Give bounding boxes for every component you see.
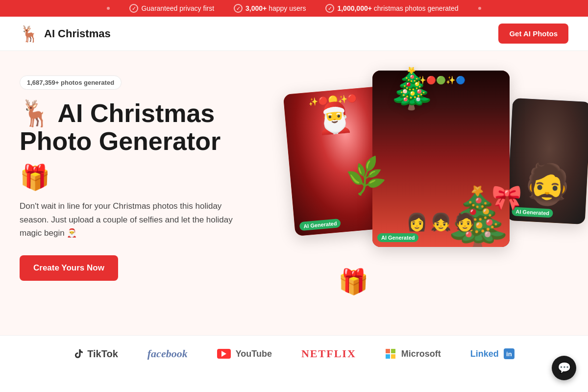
santa-hat-person: 🎅 [315, 98, 354, 136]
youtube-logo: YouTube [217, 349, 272, 359]
person-right: 🧔 [522, 160, 573, 209]
family-figures: 👩 👧 🧑 [406, 212, 476, 232]
hero-left: 1,687,359+ photos generated 🦌 AI Christm… [20, 71, 274, 281]
tiktok-logo: TikTok [74, 348, 118, 360]
youtube-icon [217, 349, 231, 359]
get-ai-photos-button[interactable]: Get AI Photos [498, 24, 568, 44]
reindeer-icon: 🦌 [20, 26, 39, 42]
tiktok-label: TikTok [87, 348, 118, 360]
person-1: 👩 [406, 212, 428, 232]
netflix-label: NETFLIX [301, 347, 356, 360]
banner-privacy: ✓ Guaranteed privacy first [129, 4, 214, 13]
ai-generated-badge-main: AI Generated [377, 233, 418, 242]
youtube-label: YouTube [236, 349, 272, 359]
facebook-label: facebook [147, 347, 188, 360]
check-icon-2: ✓ [234, 4, 243, 13]
hero-description: Don't wait in line for your Christmas ph… [20, 199, 245, 240]
banner-users: ✓ 3,000+ happy users [234, 4, 306, 13]
banner-photos-text: 1,000,000+ christmas photos generated [337, 4, 458, 12]
check-icon-1: ✓ [129, 4, 138, 13]
banner-users-bold: 3,000+ [245, 4, 267, 12]
logo-text: AI Christmas [44, 27, 111, 40]
person-2: 👧 [430, 212, 452, 232]
logo-link[interactable]: 🦌 AI Christmas [20, 26, 111, 42]
hero-title-line1: 🦌 AI Christmas [20, 99, 215, 127]
microsoft-label: Microsoft [401, 349, 441, 359]
microsoft-icon [386, 349, 395, 359]
linkedin-in-box: in [504, 348, 514, 359]
linkedin-logo: Linked in [470, 348, 514, 359]
gift-emoji: 🎁 [20, 163, 274, 192]
netflix-logo: NETFLIX [301, 347, 356, 360]
check-icon-3: ✓ [325, 4, 334, 13]
chat-icon: 💬 [558, 362, 571, 374]
chat-support-button[interactable]: 💬 [552, 356, 576, 380]
hero-title-line2: Photo Generator [20, 127, 220, 155]
logos-section: TikTok facebook YouTube NETFLIX Microsof… [0, 335, 588, 372]
ms-blue-square [386, 354, 390, 359]
microsoft-logo: Microsoft [386, 349, 441, 359]
facebook-logo: facebook [147, 347, 188, 360]
person-3: 🧑 [454, 212, 476, 232]
ribbon-decoration: 🎀 [491, 183, 522, 212]
ms-yellow-square [391, 354, 395, 359]
hero-title: 🦌 AI Christmas Photo Generator [20, 99, 274, 155]
youtube-play-triangle [221, 351, 226, 357]
create-yours-now-button[interactable]: Create Yours Now [20, 255, 118, 281]
banner-dot-left [107, 7, 110, 10]
hero-images-collage: 🎄 🌿 🎀 🎁 ✨🔴🟡✨🔴 🎅 AI Generated ✨🔴🟢✨🔵 🎄 👩 � [284, 61, 588, 316]
hero-section: 1,687,359+ photos generated 🦌 AI Christm… [0, 51, 588, 335]
photos-badge: 1,687,359+ photos generated [20, 75, 122, 90]
top-banner: ✓ Guaranteed privacy first ✓ 3,000+ happ… [0, 0, 588, 17]
ms-red-square [386, 349, 390, 353]
wreath-decoration: 🎄 [387, 66, 436, 112]
navbar: 🦌 AI Christmas Get AI Photos [0, 17, 588, 51]
banner-dot-right [478, 7, 481, 10]
banner-photos-bold: 1,000,000+ [337, 4, 371, 12]
banner-photos: ✓ 1,000,000+ christmas photos generated [325, 4, 458, 13]
linkedin-text-linked: Linked [470, 349, 499, 359]
banner-privacy-text: Guaranteed privacy first [141, 4, 214, 12]
ms-green-square [391, 349, 395, 353]
tiktok-icon [74, 348, 84, 359]
gift-bottom-decoration: 🎁 [338, 268, 368, 296]
banner-users-text: 3,000+ happy users [245, 4, 306, 12]
